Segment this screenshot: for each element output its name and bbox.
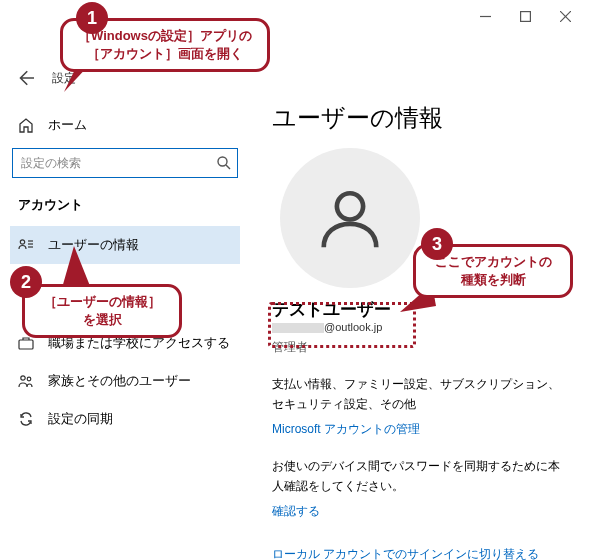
page-title: ユーザーの情報	[272, 102, 569, 134]
switch-local-link[interactable]: ローカル アカウントでのサインインに切り替える	[272, 546, 539, 560]
annotation-highlight-box	[268, 302, 416, 348]
verify-link[interactable]: 確認する	[272, 503, 320, 520]
sidebar-item-user-info[interactable]: ユーザーの情報	[10, 226, 240, 264]
sync-icon	[18, 411, 34, 427]
annotation-badge-1: 1	[76, 2, 108, 34]
section-label: アカウント	[10, 196, 240, 226]
maximize-button[interactable]	[505, 2, 545, 30]
close-button[interactable]	[545, 2, 585, 30]
annotation-badge-3: 3	[421, 228, 453, 260]
home-nav[interactable]: ホーム	[10, 110, 240, 144]
svg-marker-15	[62, 246, 90, 288]
svg-point-13	[337, 193, 363, 219]
manage-account-link[interactable]: Microsoft アカウントの管理	[272, 421, 420, 438]
sidebar-item-label: 家族とその他のユーザー	[48, 372, 191, 390]
search-icon	[217, 156, 231, 170]
people-icon	[18, 373, 34, 389]
avatar	[280, 148, 420, 288]
svg-rect-10	[19, 340, 33, 349]
annotation-callout-2: ［ユーザーの情報］を選択	[22, 284, 182, 338]
account-settings-text: 支払い情報、ファミリー設定、サブスクリプション、セキュリティ設定、その他	[272, 374, 569, 415]
sidebar-item-family[interactable]: 家族とその他のユーザー	[10, 362, 240, 400]
svg-point-11	[21, 376, 25, 380]
user-card-icon	[18, 237, 34, 253]
home-label: ホーム	[48, 116, 87, 134]
sidebar-item-label: 設定の同期	[48, 410, 113, 428]
svg-point-6	[20, 240, 24, 244]
svg-point-4	[218, 157, 227, 166]
svg-line-5	[226, 165, 230, 169]
verify-text: お使いのデバイス間でパスワードを同期するために本人確認をしてください。	[272, 456, 569, 497]
search-input[interactable]	[12, 148, 238, 178]
svg-rect-1	[520, 11, 530, 21]
minimize-button[interactable]	[465, 2, 505, 30]
sidebar-item-sync[interactable]: 設定の同期	[10, 400, 240, 438]
search-field[interactable]	[21, 156, 217, 170]
annotation-badge-2: 2	[10, 266, 42, 298]
svg-point-12	[27, 377, 31, 381]
home-icon	[18, 117, 34, 133]
